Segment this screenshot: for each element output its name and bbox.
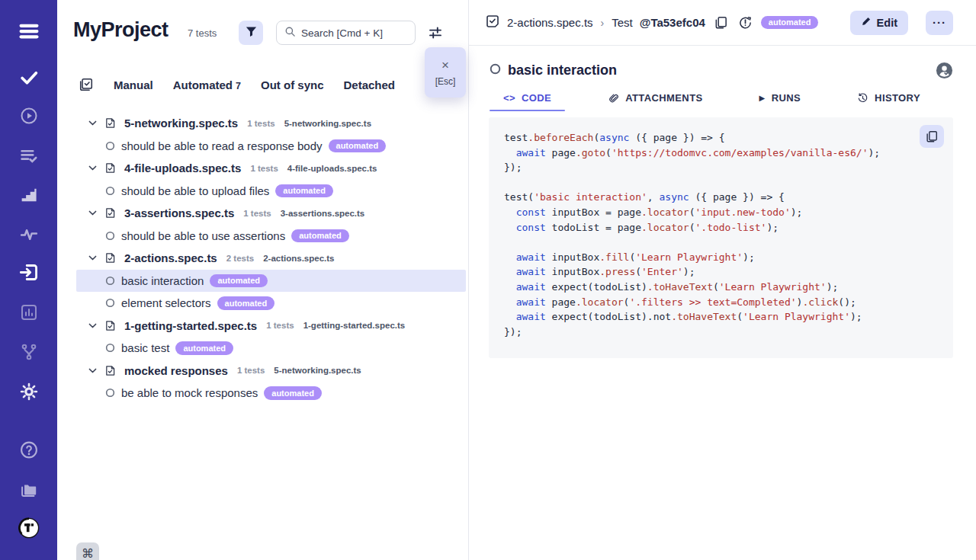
suite-file-path: 1-getting-started.spec.ts — [303, 321, 406, 330]
projects-folder-icon[interactable] — [19, 480, 39, 500]
test-title-row: basic interaction — [469, 46, 976, 79]
code-line: await inputBox.press('Enter'); — [504, 264, 938, 280]
suite-tests-count: 1 tests — [237, 366, 265, 375]
spec-file-icon — [104, 162, 117, 174]
code-line: test.beforeEach(async ({ page }) => { — [504, 130, 938, 146]
esc-close-popup[interactable]: × [Esc] — [425, 47, 466, 98]
code-line: const inputBox = page.locator('input.new… — [504, 205, 938, 220]
help-icon[interactable] — [19, 440, 38, 459]
test-list-icon[interactable] — [19, 146, 38, 165]
filter-tab-out-of-sync[interactable]: Out of sync — [261, 78, 324, 91]
test-row[interactable]: should be able to read a response bodyau… — [76, 135, 466, 158]
test-title: should be able to read a response body — [121, 139, 323, 152]
code-line — [504, 175, 938, 190]
tests-count: 7 tests — [188, 27, 217, 39]
automation-badge: automated — [210, 274, 268, 288]
spec-file-icon — [104, 319, 117, 332]
activity-icon[interactable] — [19, 225, 38, 244]
note-check-icon — [485, 14, 500, 32]
suite-row[interactable]: 3-assertions.spec.ts1 tests3-assertions.… — [76, 202, 466, 225]
suite-row[interactable]: 5-networking.spec.ts1 tests5-networking.… — [76, 112, 466, 135]
test-row[interactable]: element selectorsautomated — [76, 292, 466, 315]
test-row[interactable]: should be able to upload filesautomated — [76, 180, 466, 203]
chevron-down-icon — [88, 366, 98, 376]
test-title: should be able to use assertions — [121, 229, 285, 242]
test-title: be able to mock responses — [121, 386, 258, 399]
test-circle-icon — [105, 186, 115, 196]
filter-button[interactable] — [239, 21, 263, 45]
tab-code[interactable]: <>CODE — [493, 92, 562, 111]
code-line: await page.goto('https://todomvc.com/exa… — [504, 146, 938, 161]
runs-icon: ▶ — [759, 94, 766, 102]
code-line: test('basic interaction', async ({ page … — [504, 190, 938, 205]
steps-icon[interactable] — [19, 185, 38, 204]
assignee-avatar-icon[interactable] — [936, 62, 953, 79]
copy-code-button[interactable] — [920, 125, 944, 148]
test-circle-icon — [105, 298, 115, 308]
close-icon[interactable]: × — [441, 59, 449, 72]
sync-status-icon[interactable] — [737, 15, 754, 30]
copy-id-button[interactable] — [712, 15, 730, 30]
code-line: await page.locator('.filters >> text=Com… — [504, 295, 938, 310]
command-key-badge[interactable]: ⌘ — [76, 542, 99, 560]
suite-row[interactable]: 4-file-uploads.spec.ts1 tests4-file-uplo… — [76, 157, 466, 180]
test-title: should be able to upload files — [121, 184, 269, 197]
view-settings-icon[interactable] — [428, 25, 443, 40]
code-line: }); — [504, 325, 938, 340]
test-row[interactable]: be able to mock responsesautomated — [76, 382, 466, 405]
filter-tab-manual[interactable]: Manual — [114, 78, 153, 91]
automation-badge: automated — [275, 184, 333, 198]
check-icon[interactable] — [19, 68, 38, 87]
tab-history[interactable]: HISTORY — [846, 92, 931, 111]
tab-attachments[interactable]: ATTACHMENTS — [597, 92, 713, 111]
app-logo[interactable] — [18, 517, 40, 539]
code-icon: <> — [503, 92, 515, 104]
code-line: }); — [504, 160, 938, 175]
test-row[interactable]: should be able to use assertionsautomate… — [76, 225, 466, 248]
gear-icon[interactable] — [19, 382, 39, 402]
test-detail-title: basic interaction — [508, 62, 617, 78]
chevron-down-icon — [88, 208, 98, 218]
automation-badge: automated — [175, 341, 233, 355]
menu-icon[interactable] — [18, 20, 40, 43]
search-icon — [284, 26, 296, 40]
test-row[interactable]: basic testautomated — [76, 337, 466, 360]
breadcrumb-suite[interactable]: 2-actions.spec.ts — [507, 16, 593, 29]
code-line: await expect(todoList).toHaveText('Learn… — [504, 280, 938, 295]
play-circle-icon[interactable] — [20, 107, 38, 125]
analytics-icon[interactable] — [20, 303, 38, 322]
app: MyProject 7 tests Man — [0, 0, 976, 560]
filter-tab-detached[interactable]: Detached — [344, 78, 396, 91]
suite-title: 3-assertions.spec.ts — [124, 206, 234, 219]
test-row[interactable]: basic interactionautomated — [76, 270, 466, 293]
bulk-check-icon[interactable] — [79, 77, 94, 92]
explorer-header: MyProject 7 tests Man — [57, 0, 468, 107]
suite-title: mocked responses — [124, 364, 228, 377]
suite-row[interactable]: mocked responses1 tests5-networking.spec… — [76, 360, 466, 382]
branch-icon[interactable] — [20, 343, 38, 361]
project-title[interactable]: MyProject — [73, 18, 169, 42]
suite-file-path: 5-networking.spec.ts — [274, 366, 361, 375]
test-circle-icon — [105, 231, 115, 241]
test-circle-icon — [105, 388, 115, 398]
suite-row[interactable]: 1-getting-started.spec.ts1 tests1-gettin… — [76, 315, 466, 338]
command-icon: ⌘ — [82, 546, 94, 560]
more-actions-button[interactable]: ··· — [926, 11, 953, 35]
test-tree: 5-networking.spec.ts1 tests5-networking.… — [76, 112, 466, 405]
automation-badge: automated — [291, 229, 349, 243]
filter-tab-automated[interactable]: Automated7 — [173, 78, 241, 91]
tab-runs[interactable]: ▶RUNS — [749, 92, 812, 111]
import-icon[interactable] — [18, 262, 39, 283]
edit-button[interactable]: Edit — [850, 11, 908, 35]
chevron-down-icon — [88, 163, 98, 173]
search-input[interactable] — [301, 27, 407, 39]
code-line — [504, 235, 938, 250]
suite-tests-count: 1 tests — [247, 119, 274, 128]
test-circle-icon — [105, 343, 115, 353]
automation-badge: automated — [329, 139, 387, 153]
test-title: basic test — [121, 341, 169, 354]
search-box[interactable] — [276, 21, 416, 45]
suite-row[interactable]: 2-actions.spec.ts2 tests2-actions.spec.t… — [76, 247, 466, 270]
detail-tabs: <>CODEATTACHMENTS▶RUNSHISTORY — [469, 92, 976, 111]
filter-tabs: ManualAutomated7Out of syncDetached — [57, 75, 395, 94]
